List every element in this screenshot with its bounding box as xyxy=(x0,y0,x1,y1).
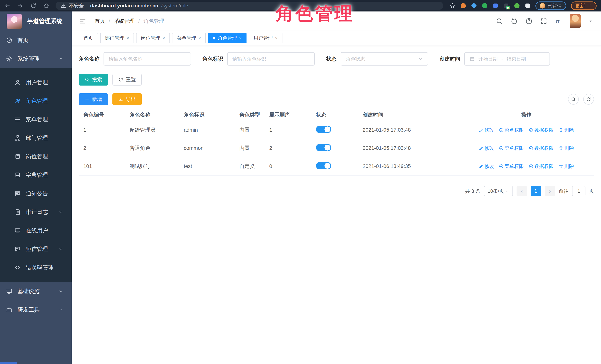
breadcrumb-home[interactable]: 首页 xyxy=(95,18,105,25)
search-button[interactable]: 搜索 xyxy=(79,74,108,86)
sidebar-item-home[interactable]: 首页 xyxy=(0,31,72,49)
close-icon[interactable]: × xyxy=(239,36,242,41)
status-toggle[interactable] xyxy=(316,126,331,133)
extension-green-bot[interactable] xyxy=(514,3,520,9)
user-avatar[interactable] xyxy=(570,14,581,28)
sidebar-item-system[interactable]: 系统管理 xyxy=(0,49,72,68)
extension-dark-on[interactable]: on xyxy=(503,3,509,9)
browser-update-button[interactable]: 更新 xyxy=(571,1,597,10)
forward-icon[interactable] xyxy=(17,3,23,9)
tab-岗位管理[interactable]: 岗位管理× xyxy=(136,33,170,43)
page-unit-label: 页 xyxy=(589,188,594,194)
sidebar-item-字典管理[interactable]: 字典管理 xyxy=(0,166,72,184)
goto-page-input[interactable] xyxy=(572,186,585,196)
tab-角色管理[interactable]: 角色管理× xyxy=(208,33,247,43)
refresh-table-button[interactable] xyxy=(583,94,594,105)
sidebar-item-label: 在线用户 xyxy=(26,227,64,234)
profile-paused-pill[interactable]: 已暂停 xyxy=(535,1,566,10)
row-action-修改[interactable]: 修改 xyxy=(479,163,494,170)
create-time-range-picker[interactable]: 开始日期 - 结束日期 xyxy=(464,52,550,66)
profile-avatar xyxy=(540,3,545,9)
hamburger-icon[interactable] xyxy=(79,17,87,25)
bookmark-star-icon[interactable] xyxy=(450,3,455,9)
extension-on-badge: on xyxy=(506,6,510,10)
sidebar-item-通知公告[interactable]: 通知公告 xyxy=(0,184,72,203)
github-icon[interactable] xyxy=(511,18,518,25)
role-key-input-field[interactable] xyxy=(232,56,310,62)
sidebar-item-研发工具[interactable]: 研发工具 xyxy=(0,301,72,319)
role-name-input[interactable] xyxy=(103,52,191,66)
row-action-菜单权限[interactable]: 菜单权限 xyxy=(499,145,524,151)
export-button[interactable]: 导出 xyxy=(112,93,142,105)
sidebar-item-短信管理[interactable]: 短信管理 xyxy=(0,240,72,258)
page-size-select[interactable]: 10条/页 xyxy=(484,186,513,196)
breadcrumb-separator: / xyxy=(138,18,140,24)
status-toggle[interactable] xyxy=(316,144,331,151)
fullscreen-icon[interactable] xyxy=(540,18,547,25)
row-action-数据权限[interactable]: 数据权限 xyxy=(529,163,554,170)
extension-blue-red-grid[interactable] xyxy=(492,3,498,9)
close-icon[interactable]: × xyxy=(198,36,201,41)
back-icon[interactable] xyxy=(4,3,10,9)
extension-green-check[interactable] xyxy=(482,3,488,9)
row-action-数据权限[interactable]: 数据权限 xyxy=(529,145,554,151)
font-size-icon[interactable]: tT xyxy=(555,18,562,25)
toggle-search-button[interactable] xyxy=(568,94,579,105)
home-icon[interactable] xyxy=(43,3,49,9)
circle-check-icon xyxy=(499,164,504,169)
tab-菜单管理[interactable]: 菜单管理× xyxy=(172,33,206,43)
tab-部门管理[interactable]: 部门管理× xyxy=(100,33,134,43)
search-icon[interactable] xyxy=(496,18,503,25)
close-icon[interactable]: × xyxy=(127,36,129,41)
extension-orange-circle[interactable] xyxy=(460,3,466,9)
app-logo-row[interactable]: 芋道管理系统 xyxy=(0,11,72,31)
row-action-删除[interactable]: 删除 xyxy=(559,127,574,133)
caret-down-icon[interactable] xyxy=(588,19,593,23)
status-toggle[interactable] xyxy=(316,162,331,169)
tab-label: 首页 xyxy=(83,35,93,41)
sidebar-item-label: 岗位管理 xyxy=(26,153,64,160)
org-tree-icon xyxy=(14,135,21,141)
sidebar-item-错误码管理[interactable]: 错误码管理 xyxy=(0,258,72,277)
row-action-菜单权限[interactable]: 菜单权限 xyxy=(499,163,524,170)
sidebar-item-label: 用户管理 xyxy=(26,79,64,86)
tab-首页[interactable]: 首页 xyxy=(79,33,98,43)
page-number-1[interactable]: 1 xyxy=(531,186,541,196)
close-icon[interactable]: × xyxy=(275,36,278,41)
browser-menu-icon[interactable] xyxy=(588,3,592,8)
row-action-删除[interactable]: 删除 xyxy=(559,145,574,151)
sidebar-item-岗位管理[interactable]: 岗位管理 xyxy=(0,147,72,166)
page-content: 角色名称 角色标识 状态 角色状态 创建时间 xyxy=(72,46,601,364)
reload-icon[interactable] xyxy=(30,3,36,9)
role-key-input[interactable] xyxy=(227,52,315,66)
extension-blue-gem[interactable] xyxy=(471,3,477,9)
close-icon[interactable]: × xyxy=(162,36,165,41)
tab-用户管理[interactable]: 用户管理× xyxy=(249,33,282,43)
add-button[interactable]: 新增 xyxy=(79,93,108,105)
sidebar-item-基础设施[interactable]: 基础设施 xyxy=(0,282,72,301)
address-bar[interactable]: 不安全 dashboard.yudao.iocoder.cn /system/r… xyxy=(56,2,443,10)
status-select[interactable]: 角色状态 xyxy=(341,52,428,66)
sidebar-item-角色管理[interactable]: 角色管理 xyxy=(0,92,72,110)
help-icon[interactable] xyxy=(525,18,532,25)
cell-status xyxy=(311,144,358,153)
sidebar-item-用户管理[interactable]: 用户管理 xyxy=(0,73,72,92)
sidebar-item-审计日志[interactable]: 审计日志 xyxy=(0,203,72,221)
prev-page-button[interactable]: ‹ xyxy=(517,186,527,196)
sidebar-item-在线用户[interactable]: 在线用户 xyxy=(0,221,72,240)
next-page-button[interactable]: › xyxy=(545,186,555,196)
sidebar-item-部门管理[interactable]: 部门管理 xyxy=(0,129,72,147)
sidebar-item-菜单管理[interactable]: 菜单管理 xyxy=(0,110,72,129)
chevron-down-icon xyxy=(58,289,64,294)
role-name-input-field[interactable] xyxy=(109,56,186,62)
row-action-删除[interactable]: 删除 xyxy=(559,163,574,170)
row-action-菜单权限[interactable]: 菜单权限 xyxy=(499,127,524,133)
cell-role-name: 普通角色 xyxy=(125,145,179,152)
breadcrumb-system[interactable]: 系统管理 xyxy=(114,18,135,25)
row-action-数据权限[interactable]: 数据权限 xyxy=(529,127,554,133)
row-action-修改[interactable]: 修改 xyxy=(479,145,494,151)
reset-button[interactable]: 重置 xyxy=(112,74,142,86)
row-action-修改[interactable]: 修改 xyxy=(479,127,494,133)
browser-chrome: 不安全 dashboard.yudao.iocoder.cn /system/r… xyxy=(0,0,601,11)
extension-puzzle[interactable] xyxy=(525,3,531,9)
